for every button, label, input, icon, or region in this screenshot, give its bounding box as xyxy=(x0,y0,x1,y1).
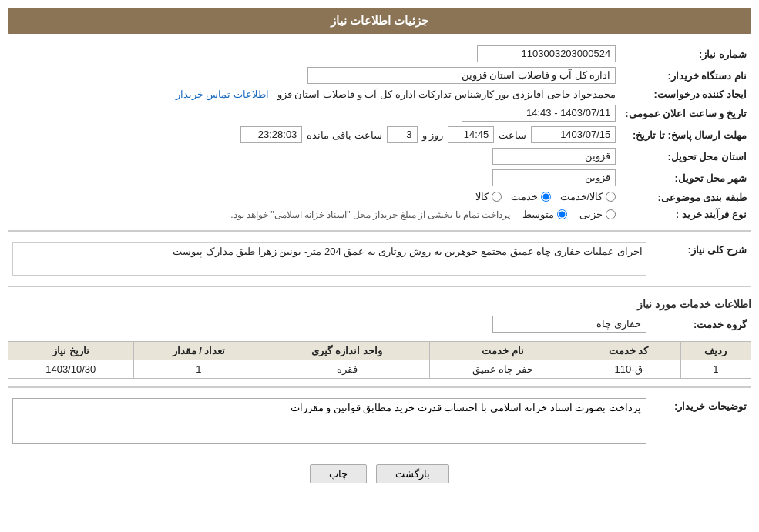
announce-date-value: 1403/07/11 - 14:43 xyxy=(462,105,616,122)
back-button[interactable]: بازگشت xyxy=(376,464,449,483)
response-date: 1403/07/15 xyxy=(531,126,616,143)
subject-radio-goods-input[interactable] xyxy=(492,192,502,202)
subject-radio-goods-label: کالا xyxy=(475,191,489,202)
table-cell-2: حفر چاه عمیق xyxy=(429,360,576,379)
service-group-label: گروه خدمت: xyxy=(651,313,751,335)
subject-radio-group: کالا/خدمت خدمت کالا xyxy=(475,191,616,202)
subject-radio-goods-service-label: کالا/خدمت xyxy=(560,191,603,202)
delivery-province-label: استان محل تحویل: xyxy=(620,146,751,167)
services-grid: ردیفکد خدمتنام خدمتواحد اندازه گیریتعداد… xyxy=(8,341,751,379)
response-time: 14:45 xyxy=(448,126,494,143)
need-number-label: شماره نیاز: xyxy=(620,43,751,65)
subject-radio-service: خدمت xyxy=(511,191,551,202)
response-deadline-label: مهلت ارسال پاسخ: تا تاریخ: xyxy=(620,124,751,146)
divider-2 xyxy=(8,286,751,287)
purchase-type-medium-input[interactable] xyxy=(557,209,567,219)
buyer-notes-label: توضیحات خریدار: xyxy=(651,396,751,449)
response-time-label: ساعت xyxy=(499,129,526,141)
response-remaining: 23:28:03 xyxy=(240,126,302,143)
col-header-4: تعداد / مقدار xyxy=(133,342,264,360)
need-number-value: 1103003203000524 xyxy=(477,45,616,62)
response-days-label: روز و xyxy=(422,129,444,141)
col-header-5: تاریخ نیاز xyxy=(8,342,134,360)
announce-date-label: تاریخ و ساعت اعلان عمومی: xyxy=(620,102,751,124)
delivery-city-value: قزوین xyxy=(492,169,616,186)
need-description-table: شرح کلی نیاز: اجرای عملیات حفاری چاه عمی… xyxy=(8,239,751,278)
need-description-text: اجرای عملیات حفاری چاه عمیق مجتمع جوهرین… xyxy=(12,242,646,276)
purchase-type-note: پرداخت تمام یا بخشی از مبلغ خریداز محل "… xyxy=(230,209,510,220)
table-cell-1: ق-110 xyxy=(576,360,681,379)
purchase-type-label: نوع فرآیند خرید : xyxy=(620,206,751,223)
buyer-org-label: نام دستگاه خریدار: xyxy=(620,65,751,86)
need-description-label: شرح کلی نیاز: xyxy=(651,239,751,278)
delivery-province-value: قزوین xyxy=(492,148,616,165)
subject-label: طبقه بندی موضوعی: xyxy=(620,189,751,206)
main-info-table: شماره نیاز: 1103003203000524 نام دستگاه … xyxy=(8,43,751,223)
response-days: 3 xyxy=(387,126,418,143)
purchase-type-medium-label: متوسط xyxy=(522,209,554,220)
services-section-title: اطلاعات خدمات مورد نیاز xyxy=(8,295,751,313)
purchase-type-partial: جزیی xyxy=(579,209,616,220)
col-header-1: کد خدمت xyxy=(576,342,681,360)
buttons-row: بازگشت چاپ xyxy=(8,455,751,490)
subject-radio-service-input[interactable] xyxy=(541,192,551,202)
print-button[interactable]: چاپ xyxy=(310,464,367,483)
buyer-notes-table: توضیحات خریدار: xyxy=(8,396,751,449)
subject-radio-goods: کالا xyxy=(475,191,502,202)
page-wrapper: جزئیات اطلاعات نیاز شماره نیاز: 11030032… xyxy=(0,0,759,532)
purchase-type-partial-input[interactable] xyxy=(606,209,616,219)
purchase-type-partial-label: جزیی xyxy=(579,209,603,220)
page-title: جزئیات اطلاعات نیاز xyxy=(331,14,428,27)
divider-3 xyxy=(8,386,751,388)
table-cell-5: 1403/10/30 xyxy=(8,360,134,379)
col-header-0: ردیف xyxy=(680,342,751,360)
divider-1 xyxy=(8,230,751,232)
creator-value: محمدجواد حاجی آقایزدی بور کارشناس تدارکا… xyxy=(277,89,616,100)
response-remaining-label: ساعت باقی مانده xyxy=(307,129,381,141)
subject-radio-goods-service: کالا/خدمت xyxy=(560,191,616,202)
creator-label: ایجاد کننده درخواست: xyxy=(620,86,751,102)
purchase-type-medium: متوسط xyxy=(522,209,567,220)
col-header-3: واحد اندازه گیری xyxy=(264,342,429,360)
table-row: 1ق-110حفر چاه عمیقفقره11403/10/30 xyxy=(8,360,751,379)
buyer-org-value: اداره کل آب و فاضلاب استان قزوین xyxy=(307,67,616,84)
col-header-2: نام خدمت xyxy=(429,342,576,360)
creator-link[interactable]: اطلاعات تماس خریدار xyxy=(176,89,269,100)
page-header: جزئیات اطلاعات نیاز xyxy=(8,8,751,34)
service-group-value: حفاری چاه xyxy=(492,316,646,333)
table-cell-3: فقره xyxy=(264,360,429,379)
subject-radio-service-label: خدمت xyxy=(511,191,538,202)
table-cell-0: 1 xyxy=(680,360,751,379)
subject-radio-goods-service-input[interactable] xyxy=(606,192,616,202)
service-group-table: گروه خدمت: حفاری چاه xyxy=(8,313,751,335)
buyer-notes-textarea[interactable] xyxy=(12,398,646,444)
table-cell-4: 1 xyxy=(133,360,264,379)
delivery-city-label: شهر محل تحویل: xyxy=(620,167,751,189)
